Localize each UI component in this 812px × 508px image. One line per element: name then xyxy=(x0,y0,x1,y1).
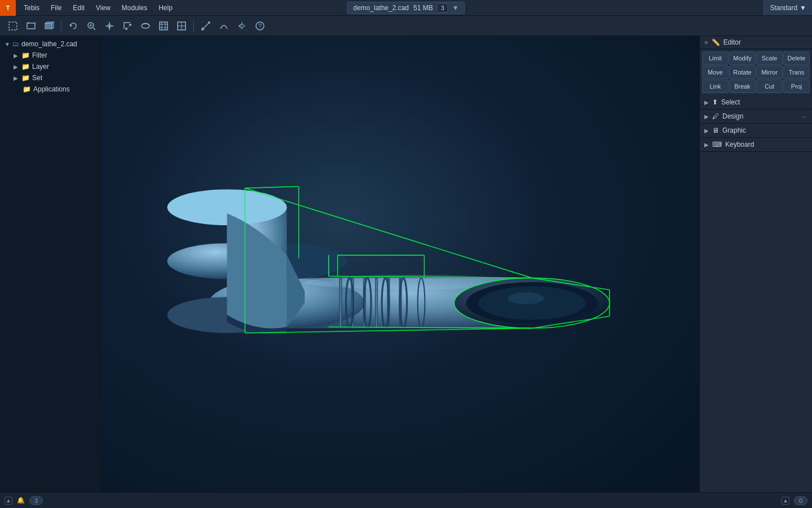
select-section-label: Select xyxy=(721,98,740,106)
svg-marker-6 xyxy=(45,22,54,23)
svg-point-16 xyxy=(142,24,149,28)
menu-modules[interactable]: Modules xyxy=(116,2,153,14)
move-button[interactable]: Move xyxy=(702,65,729,79)
bell-icon: 🔔 xyxy=(17,497,25,504)
delete-button[interactable]: Delete xyxy=(783,51,810,65)
keyboard-section-arrow: ▶ xyxy=(704,142,709,148)
set-folder-icon: 📁 xyxy=(21,74,30,82)
statusbar: ▲ 🔔 3 ▲ 0 xyxy=(0,492,812,508)
tree-item-set[interactable]: ▶ 📁 Set xyxy=(0,72,101,84)
tree-item-applications[interactable]: 📁 Applications xyxy=(0,84,101,95)
crosshair-tool[interactable] xyxy=(101,18,118,34)
mirror-button[interactable]: Mirror xyxy=(756,65,783,79)
keyboard-icon: ⌨ xyxy=(712,141,722,148)
editor-panel: » ✏️ Editor Limit Modify Scale Delete Mo… xyxy=(699,36,812,492)
editor-label: Editor xyxy=(723,38,741,46)
box-select-tool[interactable] xyxy=(5,18,21,34)
svg-line-25 xyxy=(202,23,209,29)
rotate-button[interactable]: Rotate xyxy=(729,65,756,79)
tree-applications-label: Applications xyxy=(33,85,70,93)
scroll-right-indicator[interactable]: ▲ xyxy=(782,497,789,505)
cursor-icon: ⬆ xyxy=(712,98,718,106)
svg-rect-1 xyxy=(27,23,35,29)
design-icon: 🖊 xyxy=(712,112,719,120)
mirror-tool[interactable] xyxy=(233,18,250,34)
svg-rect-21 xyxy=(160,22,167,30)
graphic-icon: 🖥 xyxy=(712,126,719,134)
menu-tebis[interactable]: Tebis xyxy=(18,2,45,14)
zoom-fit-tool[interactable] xyxy=(83,18,100,34)
panel-collapse-btn[interactable]: » xyxy=(704,38,708,46)
preset-label: Standard xyxy=(770,4,797,12)
svg-point-29 xyxy=(208,21,210,24)
limit-button[interactable]: Limit xyxy=(702,51,729,65)
menu-view[interactable]: View xyxy=(90,2,116,14)
graphic-section-label: Graphic xyxy=(722,126,746,134)
tree-layer-label: Layer xyxy=(32,63,49,71)
svg-line-55 xyxy=(245,186,298,188)
menu-edit[interactable]: Edit xyxy=(67,2,90,14)
grid-tool[interactable] xyxy=(155,18,172,34)
solid-select-tool[interactable] xyxy=(41,18,58,34)
layer-arrow: ▶ xyxy=(14,64,19,70)
help-tool[interactable]: ? xyxy=(251,18,268,34)
tab-count-badge[interactable]: 3 xyxy=(29,496,43,505)
viewport-box-tool[interactable] xyxy=(173,18,190,34)
measure-tool[interactable] xyxy=(197,18,214,34)
tab-number: 3 xyxy=(438,3,448,12)
menu-file[interactable]: File xyxy=(45,2,67,14)
editor-buttons-grid: Limit Modify Scale Delete Move Rotate Mi… xyxy=(700,49,812,95)
trans-button[interactable]: Trans xyxy=(783,65,810,79)
titlebar: T Tebis File Edit View Modules Help demo… xyxy=(0,0,812,16)
file-tab[interactable]: demo_lathe_2.cad 51 MB 3 ▼ xyxy=(347,2,465,14)
preset-dropdown-icon: ▼ xyxy=(800,4,806,12)
section-keyboard[interactable]: ▶ ⌨ Keyboard xyxy=(700,138,812,152)
tree-root-arrow: ▼ xyxy=(5,41,10,47)
svg-line-52 xyxy=(245,328,532,332)
viewport[interactable]: Y X Z Y X Z xyxy=(102,36,699,492)
tree-item-layer[interactable]: ▶ 📁 Layer xyxy=(0,61,101,72)
scroll-up-indicator[interactable]: ▲ xyxy=(5,497,12,505)
panel-header: » ✏️ Editor xyxy=(700,36,812,49)
main-area: ▼ 🗂 demo_lathe_2.cad ▶ 📁 Filter ▶ 📁 Laye… xyxy=(0,36,812,492)
tree-item-filter[interactable]: ▶ 📁 Filter xyxy=(0,50,101,61)
modify-button[interactable]: Modify xyxy=(729,51,756,65)
section-graphic[interactable]: ▶ 🖥 Graphic xyxy=(700,124,812,138)
notification-item: 🔔 xyxy=(17,497,25,504)
tree-filter-label: Filter xyxy=(32,51,47,59)
file-size: 51 MB xyxy=(413,4,433,12)
design-section-arrow: ▶ xyxy=(704,113,709,120)
section-select[interactable]: ▶ ⬆ Select xyxy=(700,95,812,110)
proj-button[interactable]: Proj xyxy=(783,80,810,93)
app-logo: T xyxy=(0,0,16,16)
svg-rect-0 xyxy=(9,22,17,30)
design-expand-icon: ← xyxy=(802,113,807,120)
rotate-tool[interactable] xyxy=(65,18,82,34)
design-section-label: Design xyxy=(722,112,743,120)
menu-help[interactable]: Help xyxy=(153,2,178,14)
filter-folder-icon: 📁 xyxy=(21,51,30,59)
break-button[interactable]: Break xyxy=(729,80,756,93)
svg-point-15 xyxy=(129,24,131,26)
cut-button[interactable]: Cut xyxy=(756,80,783,93)
filter-arrow: ▶ xyxy=(14,52,19,59)
toolbar: ? xyxy=(0,16,812,36)
keyboard-section-label: Keyboard xyxy=(725,141,754,148)
section-design[interactable]: ▶ 🖊 Design ← xyxy=(700,110,812,124)
scale-button[interactable]: Scale xyxy=(756,51,783,65)
toolbar-separator-1 xyxy=(61,20,61,32)
preset-selector[interactable]: Standard ▼ xyxy=(764,0,812,15)
svg-text:?: ? xyxy=(258,23,262,29)
curve-tool[interactable] xyxy=(215,18,232,34)
file-name: demo_lathe_2.cad xyxy=(353,4,409,12)
graphic-section-arrow: ▶ xyxy=(704,128,709,134)
toolbar-separator-2 xyxy=(193,20,194,32)
rotate3d-tool[interactable] xyxy=(137,18,154,34)
snap-tool[interactable] xyxy=(119,18,136,34)
editor-title: ✏️ Editor xyxy=(712,38,741,46)
applications-folder-icon: 📁 xyxy=(23,85,31,93)
link-button[interactable]: Link xyxy=(702,80,729,93)
surface-select-tool[interactable] xyxy=(23,18,39,34)
tab-dropdown-icon[interactable]: ▼ xyxy=(452,4,459,12)
tree-root[interactable]: ▼ 🗂 demo_lathe_2.cad xyxy=(0,38,101,50)
